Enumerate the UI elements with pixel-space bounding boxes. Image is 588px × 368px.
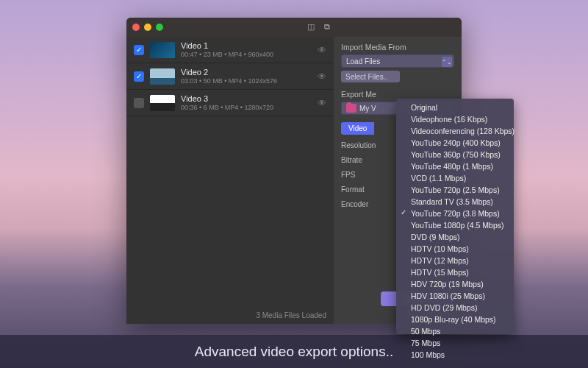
media-item[interactable]: Video 300:36 • 6 MB • MP4 • 1280x720👁 [126,90,334,116]
checkbox-icon[interactable]: ✓ [134,71,144,82]
caption-text: Advanced video export options.. [195,344,393,360]
preview-icon[interactable]: 👁 [318,45,326,55]
dropdown-item[interactable]: YouTube 480p (1 Mbps) [396,160,514,172]
media-meta: 00:47 • 23 MB • MP4 • 960x400 [181,51,312,58]
setting-label: Encoder [341,200,385,208]
dropdown-item[interactable]: YouTube 1080p (4.5 Mbps) [396,219,514,231]
minimize-icon[interactable] [144,24,151,31]
dropdown-item[interactable]: 1080p Blu-ray (40 Mbps) [396,314,514,325]
preview-icon[interactable]: 👁 [318,71,326,82]
preview-icon[interactable]: 👁 [318,98,326,108]
dropdown-item[interactable]: Videoconferencing (128 Kbps) [396,125,514,137]
dropdown-item[interactable]: YouTube 720p (2.5 Mbps) [396,184,514,196]
window-body: ✓Video 100:47 • 23 MB • MP4 • 960x400👁✓V… [126,37,462,324]
bitrate-dropdown[interactable]: OriginalVideophone (16 Kbps)Videoconfere… [396,99,514,334]
dropdown-item[interactable]: YouTube 720p (3.8 Mbps) [396,208,514,219]
dropdown-item[interactable]: 100 Mbps [396,349,514,361]
select-files-text: Select Files.. [345,73,387,81]
dropdown-item[interactable]: HDV 720p (19 Mbps) [396,278,514,290]
dropdown-item[interactable]: HDTV (12 Mbps) [396,255,514,266]
media-item[interactable]: ✓Video 203:03 • 50 MB • MP4 • 1024x576👁 [126,63,334,90]
setting-label: Resolution [341,141,385,149]
media-info: Video 100:47 • 23 MB • MP4 • 960x400 [181,41,312,58]
app-window: ◫ ⧉ ✓Video 100:47 • 23 MB • MP4 • 960x40… [126,18,462,324]
dropdown-item[interactable]: HDV 1080i (25 Mbps) [396,290,514,302]
media-meta: 00:36 • 6 MB • MP4 • 1280x720 [181,104,312,111]
media-title: Video 1 [181,41,312,50]
chevron-updown-icon: ⌃⌄ [442,57,452,67]
media-info: Video 300:36 • 6 MB • MP4 • 1280x720 [181,94,312,111]
checkbox-icon[interactable]: ✓ [134,45,144,55]
dropdown-item[interactable]: HDTV (10 Mbps) [396,243,514,255]
titlebar: ◫ ⧉ [126,18,462,37]
export-panel: Import Media From Load Files ⌃⌄ Select F… [334,37,462,324]
load-files-text: Load Files [346,57,380,66]
setting-label: Format [341,185,385,194]
folder-icon [346,104,356,113]
thumbnail [150,95,175,111]
import-label: Import Media From [341,43,454,52]
export-folder-text: My V [359,105,376,113]
traffic-lights [132,24,163,31]
media-count-label: 3 Media Files Loaded [126,307,334,324]
copy-icon[interactable]: ⧉ [322,21,332,32]
media-info: Video 203:03 • 50 MB • MP4 • 1024x576 [181,68,312,85]
dropdown-item[interactable]: YouTube 360p (750 Kbps) [396,149,514,160]
dropdown-item[interactable]: VCD (1.1 Mbps) [396,172,514,184]
media-panel: ✓Video 100:47 • 23 MB • MP4 • 960x400👁✓V… [126,37,334,324]
dropdown-item[interactable]: 75 Mbps [396,337,514,349]
media-title: Video 3 [181,94,312,103]
select-files-button[interactable]: Select Files.. [341,71,400,82]
thumbnail [150,42,175,58]
thumbnail [150,68,175,85]
export-media-label: Export Me [341,90,454,99]
media-list: ✓Video 100:47 • 23 MB • MP4 • 960x400👁✓V… [126,37,334,307]
dropdown-item[interactable]: Standard TV (3.5 Mbps) [396,196,514,208]
media-meta: 03:03 • 50 MB • MP4 • 1024x576 [181,77,312,85]
close-icon[interactable] [132,24,140,31]
checkbox-icon[interactable] [134,98,144,108]
tab-video[interactable]: Video [341,122,374,135]
dropdown-item[interactable]: YouTube 240p (400 Kbps) [396,137,514,149]
overlay-icon[interactable]: ◫ [306,21,316,32]
dropdown-item[interactable]: DVD (9 Mbps) [396,231,514,243]
setting-label: FPS [341,171,385,179]
dropdown-item[interactable]: Videophone (16 Kbps) [396,113,514,125]
dropdown-item[interactable]: HDTV (15 Mbps) [396,266,514,278]
dropdown-item[interactable]: Original [396,102,514,113]
media-title: Video 2 [181,68,312,77]
media-item[interactable]: ✓Video 100:47 • 23 MB • MP4 • 960x400👁 [126,37,334,63]
dropdown-item[interactable]: 50 Mbps [396,325,514,337]
load-files-select[interactable]: Load Files ⌃⌄ [341,54,454,68]
dropdown-item[interactable]: HD DVD (29 Mbps) [396,302,514,314]
tab-video-label: Video [348,124,367,132]
titlebar-actions: ◫ ⧉ [306,21,332,32]
zoom-icon[interactable] [156,24,163,31]
setting-label: Bitrate [341,156,385,164]
